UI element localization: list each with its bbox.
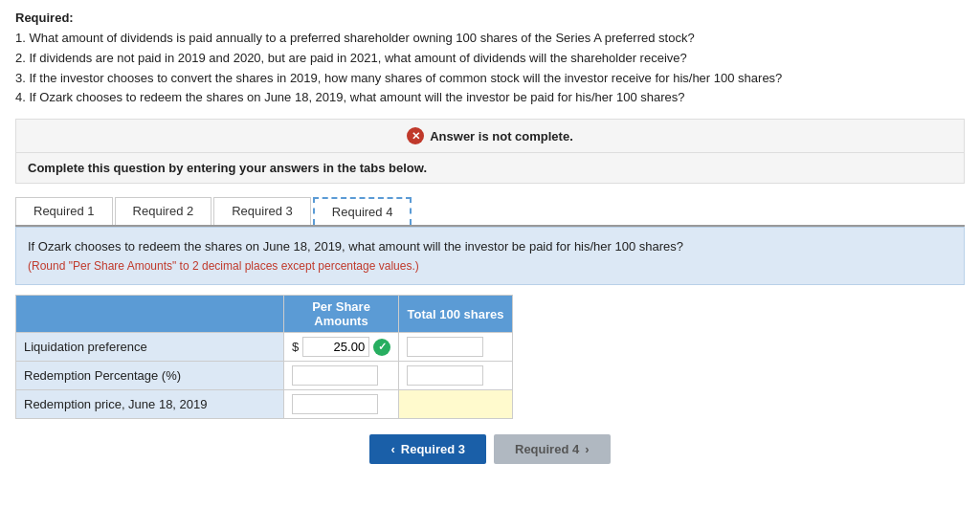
prev-label: Required 3: [401, 442, 465, 456]
required-section: Required: 1. What amount of dividends is…: [15, 10, 965, 107]
x-icon: ✕: [407, 127, 424, 144]
table-row: Redemption price, June 18, 2019: [16, 390, 513, 419]
row1-per-share-input[interactable]: [302, 337, 369, 357]
row3-total-input[interactable]: [407, 395, 483, 413]
tabs-container: Required 1 Required 2 Required 3 Require…: [15, 197, 965, 227]
tab-required-3[interactable]: Required 3: [213, 197, 311, 225]
col-header-per-share: Per Share Amounts: [283, 296, 398, 333]
row1-label: Liquidation preference: [16, 333, 284, 362]
row2-total-input[interactable]: [407, 365, 483, 386]
answer-table: Per Share Amounts Total 100 shares Liqui…: [15, 295, 513, 419]
incomplete-text: Answer is not complete.: [430, 129, 573, 144]
row3-total-cell[interactable]: [399, 390, 513, 419]
question-box: If Ozark chooses to redeem the shares on…: [15, 227, 965, 285]
complete-section: Complete this question by entering your …: [15, 153, 965, 184]
row1-currency-symbol: $: [292, 340, 299, 354]
row2-per-share-cell: [283, 362, 398, 390]
question-4: 4. If Ozark chooses to redeem the shares…: [15, 89, 965, 107]
next-label: Required 4: [515, 442, 579, 456]
row3-label: Redemption price, June 18, 2019: [16, 390, 284, 419]
prev-arrow-icon: ‹: [390, 442, 394, 456]
col-header-total: Total 100 shares: [399, 296, 513, 333]
required-heading: Required:: [15, 10, 965, 28]
question-text: If Ozark chooses to redeem the shares on…: [28, 239, 683, 254]
answer-incomplete-banner: ✕ Answer is not complete.: [15, 119, 965, 153]
question-1: 1. What amount of dividends is paid annu…: [15, 30, 965, 48]
next-arrow-icon: ›: [585, 442, 589, 456]
row1-per-share-cell: $ ✓: [283, 333, 398, 362]
row2-label: Redemption Percentage (%): [16, 362, 284, 390]
nav-buttons: ‹ Required 3 Required 4 ›: [15, 434, 965, 464]
row3-per-share-cell: [283, 390, 398, 419]
col-header-label: [16, 296, 284, 333]
question-3: 3. If the investor chooses to convert th…: [15, 70, 965, 88]
question-2: 2. If dividends are not paid in 2019 and…: [15, 50, 965, 68]
row3-per-share-input[interactable]: [292, 394, 378, 414]
table-row: Redemption Percentage (%): [16, 362, 513, 390]
table-row: Liquidation preference $ ✓: [16, 333, 513, 362]
answer-table-wrapper: Per Share Amounts Total 100 shares Liqui…: [15, 295, 965, 419]
question-note: (Round "Per Share Amounts" to 2 decimal …: [28, 259, 419, 273]
row1-check-icon: ✓: [373, 339, 390, 356]
next-button[interactable]: Required 4 ›: [494, 434, 611, 464]
row2-total-cell[interactable]: [399, 362, 513, 390]
tab-required-2[interactable]: Required 2: [115, 197, 212, 225]
complete-msg: Complete this question by entering your …: [28, 161, 952, 175]
row1-total-cell[interactable]: [399, 333, 513, 362]
row2-per-share-input[interactable]: [292, 365, 378, 386]
row1-total-input[interactable]: [407, 337, 483, 357]
tab-required-4[interactable]: Required 4: [313, 197, 412, 225]
prev-button[interactable]: ‹ Required 3: [369, 434, 486, 464]
tab-required-1[interactable]: Required 1: [15, 197, 113, 225]
